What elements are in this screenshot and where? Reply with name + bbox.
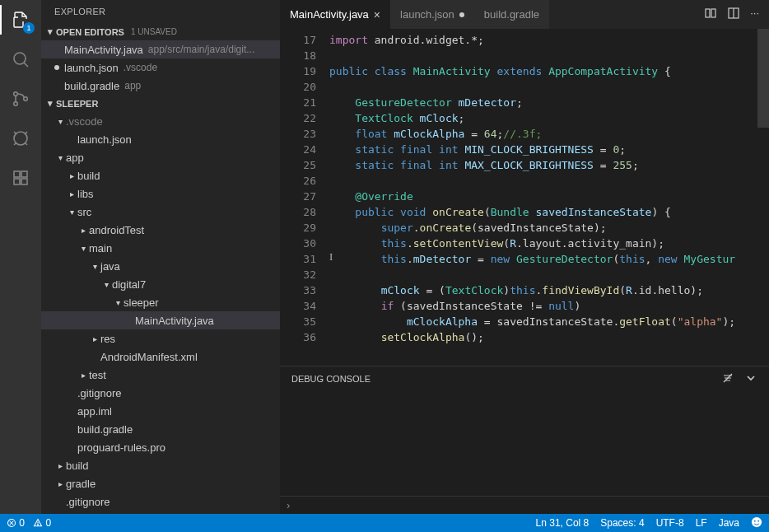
- feedback-icon[interactable]: [751, 516, 762, 530]
- workspace-header[interactable]: ▾ SLEEPER: [41, 95, 280, 112]
- line-gutter: 1718192021222324252627282930313233343536: [280, 29, 329, 366]
- debug-icon[interactable]: [9, 127, 32, 150]
- editor-body[interactable]: 1718192021222324252627282930313233343536…: [280, 29, 769, 366]
- svg-point-3: [24, 97, 28, 101]
- language-status[interactable]: Java: [719, 517, 739, 529]
- explorer-icon[interactable]: 1: [9, 8, 32, 31]
- folder-item[interactable]: ▾digital7: [41, 275, 280, 293]
- editor-area: MainActivity.java×launch.jsonbuild.gradl…: [280, 0, 769, 514]
- folder-item[interactable]: ▸res: [41, 329, 280, 348]
- code-line[interactable]: import android.widget.*;: [329, 32, 757, 48]
- item-label: .gitignore: [77, 387, 121, 399]
- close-icon[interactable]: ×: [374, 8, 380, 21]
- code-line[interactable]: public class MainActivity extends AppCom…: [329, 63, 757, 79]
- folder-item[interactable]: ▸libs: [41, 184, 280, 203]
- search-icon[interactable]: [9, 48, 32, 71]
- split-editor-icon[interactable]: [727, 7, 740, 22]
- item-label: .gitignore: [66, 496, 110, 508]
- warnings-status[interactable]: 0: [33, 517, 51, 529]
- item-label: proguard-rules.pro: [77, 441, 165, 454]
- item-label: java: [100, 260, 120, 273]
- eol-status[interactable]: LF: [696, 517, 707, 529]
- chevron-down-icon: ▾: [100, 280, 112, 289]
- code-line[interactable]: TextClock mClock;: [329, 110, 757, 126]
- file-item[interactable]: proguard-rules.pro: [41, 438, 280, 456]
- item-label: androidTest: [89, 224, 144, 236]
- folder-item[interactable]: ▾sleeper: [41, 293, 280, 311]
- open-editor-item[interactable]: launch.json.vscode: [41, 58, 280, 77]
- code-line[interactable]: if (savedInstanceState != null): [329, 298, 757, 314]
- code-line[interactable]: static final int MAX_CLOCK_BRIGHTNESS = …: [329, 157, 757, 173]
- open-editor-item[interactable]: MainActivity.javaapp/src/main/java/digit…: [41, 40, 280, 58]
- file-path: .vscode: [124, 62, 157, 73]
- code-line[interactable]: mClock = (TextClock)this.findViewById(R.…: [329, 282, 757, 298]
- code-line[interactable]: static final int MIN_CLOCK_BRIGHTNESS = …: [329, 142, 757, 157]
- file-item[interactable]: AndroidManifest.xml: [41, 348, 280, 366]
- editor-tab[interactable]: build.gradle: [474, 0, 549, 29]
- folder-item[interactable]: ▾src: [41, 203, 280, 221]
- open-editor-item[interactable]: build.gradleapp: [41, 77, 280, 95]
- code-line[interactable]: this.setContentView(R.layout.activity_ma…: [329, 236, 757, 251]
- folder-item[interactable]: ▾main: [41, 239, 280, 257]
- code-line[interactable]: @Override: [329, 189, 757, 204]
- editor-tab[interactable]: launch.json: [390, 0, 474, 29]
- code-line[interactable]: [329, 79, 757, 95]
- file-tree: ▾.vscodelaunch.json▾app▸build▸libs▾src▸a…: [41, 112, 280, 514]
- indentation-status[interactable]: Spaces: 4: [600, 517, 644, 529]
- file-item[interactable]: launch.json: [41, 130, 280, 148]
- code-line[interactable]: public void onCreate(Bundle savedInstanc…: [329, 204, 757, 220]
- compare-icon[interactable]: [704, 7, 717, 22]
- code-content[interactable]: import android.widget.*; public class Ma…: [329, 29, 757, 366]
- source-control-icon[interactable]: [9, 87, 32, 110]
- code-line[interactable]: GestureDetector mDetector;: [329, 95, 757, 110]
- chevron-down-icon: ▾: [54, 153, 66, 162]
- svg-point-18: [757, 520, 759, 521]
- item-label: MainActivity.java: [135, 315, 214, 327]
- file-item[interactable]: build.gradle: [41, 420, 280, 438]
- cursor-position[interactable]: Ln 31, Col 8: [536, 517, 590, 529]
- breadcrumb-bar[interactable]: ›: [280, 496, 769, 514]
- code-line[interactable]: super.onCreate(savedInstanceState);: [329, 220, 757, 236]
- code-line[interactable]: setClockAlpha();: [329, 329, 757, 345]
- editor-tab[interactable]: MainActivity.java×: [280, 0, 390, 29]
- item-label: AndroidManifest.xml: [100, 351, 198, 363]
- chevron-down-icon[interactable]: [744, 371, 757, 386]
- code-line[interactable]: [329, 173, 757, 189]
- code-line[interactable]: float mClockAlpha = 64;//.3f;: [329, 126, 757, 142]
- folder-item[interactable]: ▾.vscode: [41, 112, 280, 130]
- open-editors-list: MainActivity.javaapp/src/main/java/digit…: [41, 40, 280, 95]
- code-line[interactable]: mClockAlpha = savedInstanceState.getFloa…: [329, 314, 757, 329]
- minimap[interactable]: [757, 29, 769, 366]
- folder-item[interactable]: ▾app: [41, 148, 280, 166]
- folder-item[interactable]: ▸build: [41, 166, 280, 184]
- folder-item[interactable]: ▸gradle: [41, 474, 280, 492]
- encoding-status[interactable]: UTF-8: [656, 517, 684, 529]
- item-label: gradle: [66, 478, 96, 490]
- svg-rect-9: [706, 9, 710, 17]
- file-item[interactable]: .gitignore: [41, 492, 280, 511]
- file-item[interactable]: MainActivity.java: [41, 311, 280, 329]
- chevron-right-icon: ▸: [89, 334, 100, 343]
- item-label: test: [89, 369, 106, 381]
- errors-status[interactable]: 0: [7, 517, 25, 529]
- folder-item[interactable]: ▸build: [41, 456, 280, 474]
- chevron-right-icon: ▸: [54, 479, 66, 488]
- more-icon[interactable]: ···: [750, 7, 759, 22]
- debug-console-body[interactable]: [280, 391, 769, 496]
- folder-item[interactable]: ▾java: [41, 257, 280, 275]
- tab-label: MainActivity.java: [290, 8, 369, 21]
- folder-item[interactable]: ▸androidTest: [41, 221, 280, 239]
- item-label: digital7: [112, 278, 146, 291]
- item-label: app: [66, 152, 84, 164]
- extensions-icon[interactable]: [9, 166, 32, 189]
- code-line[interactable]: [329, 267, 757, 282]
- chevron-down-icon: ▾: [44, 26, 56, 37]
- code-line[interactable]: [329, 48, 757, 63]
- folder-item[interactable]: ▸test: [41, 366, 280, 384]
- minimap-thumb[interactable]: [757, 29, 769, 128]
- file-item[interactable]: .gitignore: [41, 384, 280, 402]
- file-item[interactable]: app.iml: [41, 402, 280, 420]
- code-line[interactable]: this.mDetector = new GestureDetector(thi…: [329, 251, 757, 267]
- open-editors-header[interactable]: ▾ OPEN EDITORS 1 UNSAVED: [41, 23, 280, 40]
- clear-console-icon[interactable]: [721, 371, 734, 386]
